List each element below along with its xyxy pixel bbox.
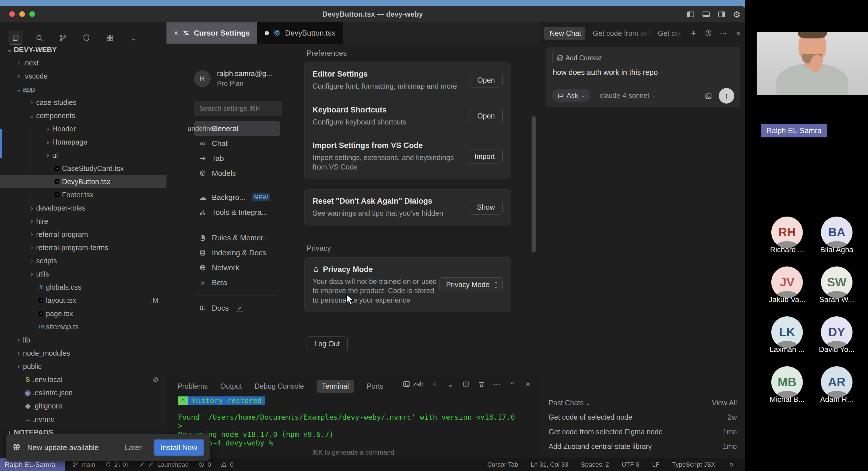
settings-nav-backgro-[interactable]: ☁Backgro...NEW	[194, 190, 280, 205]
tree-item--next[interactable]: ›.next	[0, 56, 166, 69]
panel-tab-ports[interactable]: Ports	[367, 382, 383, 391]
tree-item-referral-program-terms[interactable]: ›referral-program-terms	[0, 241, 166, 254]
tree-item-devy-weby[interactable]: ⌄DEVY-WEBY	[0, 43, 166, 56]
participant-mb[interactable]: MBMichal B...	[758, 366, 816, 404]
maximize-panel-icon[interactable]: ^	[508, 380, 517, 389]
editor-scrollbar[interactable]	[532, 116, 536, 253]
settings-gear-icon[interactable]: ⚙	[733, 9, 741, 20]
past-chat-item[interactable]: Add Zustand central state library1mo	[549, 439, 737, 454]
open-button[interactable]: Open	[470, 109, 503, 123]
extensions-icon[interactable]	[103, 31, 117, 44]
tab-cursor-settings[interactable]: × Cursor Settings	[166, 22, 257, 44]
new-chat-icon[interactable]: +	[689, 29, 698, 38]
search-icon[interactable]	[33, 31, 46, 44]
settings-nav-tools-integra-[interactable]: Tools & Integra...	[194, 205, 280, 220]
toggle-right-sidebar-icon[interactable]	[717, 10, 726, 19]
tree-item-public[interactable]: ›public	[0, 360, 166, 373]
status-item-ln-31-col-33[interactable]: Ln 31, Col 33	[531, 461, 568, 468]
past-chats-title[interactable]: Past Chats ⌄	[549, 399, 590, 407]
presenter-video[interactable]	[756, 32, 868, 95]
tree-item--gitignore[interactable]: ◆.gitignore	[0, 399, 166, 412]
status-item-0[interactable]: 0	[198, 461, 211, 468]
participant-sw[interactable]: SWSarah W...	[808, 267, 865, 304]
settings-nav-models[interactable]: Models	[194, 166, 280, 181]
past-chat-item[interactable]: Get code from selected Figma node1mo	[549, 425, 737, 439]
settings-nav-rules-memor-[interactable]: Rules & Memor...	[194, 230, 280, 245]
participant-dy[interactable]: DYDavid Yo...	[808, 316, 865, 354]
settings-nav-beta[interactable]: »Beta	[194, 275, 280, 290]
participant-ba[interactable]: BABilal Agha	[808, 216, 865, 254]
tree-item-page-tsx[interactable]: page.tsx	[0, 307, 166, 320]
tree-item-devybutton-tsx[interactable]: DevyButton.tsx	[0, 175, 166, 188]
chat-message-input[interactable]: how does auth work in this repo	[553, 68, 658, 77]
shield-icon[interactable]	[80, 31, 93, 44]
terminal-dropdown-icon[interactable]: ⌄	[446, 380, 455, 389]
settings-nav-network[interactable]: Network	[194, 260, 280, 275]
close-panel-icon[interactable]: ×	[524, 380, 532, 389]
logout-button[interactable]: Log Out	[307, 336, 348, 351]
tree-item--vscode[interactable]: ›.vscode	[0, 69, 166, 82]
close-tab-icon[interactable]: ×	[174, 29, 178, 38]
chat-history-icon[interactable]	[704, 29, 713, 38]
past-chat-item[interactable]: Get code of selected node2w	[549, 410, 737, 425]
tree-item-layout-tsx[interactable]: layout.tsx↓M	[0, 294, 166, 307]
tab-devybutton[interactable]: DevyButton.tsx	[257, 22, 343, 44]
status-item-cursor-tab[interactable]: Cursor Tab	[487, 461, 518, 468]
model-dropdown[interactable]: claude-4-sonnet ⌄	[600, 92, 656, 100]
participant-jv[interactable]: JVJakub Va...	[758, 267, 816, 304]
chat-tab-1[interactable]: Get code from sele	[593, 29, 650, 38]
tree-item-developer-roles[interactable]: ›developer-roles	[0, 201, 166, 214]
tree-item-utils[interactable]: ›utils	[0, 267, 166, 280]
tree-item-homepage[interactable]: ›Homepage	[0, 135, 166, 148]
toggle-bottom-panel-icon[interactable]	[702, 10, 711, 19]
install-now-button[interactable]: Install Now	[154, 440, 204, 456]
tree-item-referral-program[interactable]: ›referral-program	[0, 228, 166, 241]
tree-item-node-modules[interactable]: ›node_modules	[0, 346, 166, 360]
send-button[interactable]: ↑	[719, 88, 734, 104]
tree-item-globals-css[interactable]: #globals.css	[0, 280, 166, 294]
tree-item-sitemap-ts[interactable]: TSsitemap.ts	[0, 320, 166, 333]
status-item-main[interactable]: main	[72, 461, 95, 468]
panel-tab-terminal[interactable]: Terminal	[317, 380, 354, 393]
ask-mode-dropdown[interactable]: Ask ⌄	[552, 89, 590, 102]
tree-item--nvmrc[interactable]: ≡.nvmrc	[0, 412, 166, 426]
status-item-2-0-[interactable]: 2↓ 0↑	[105, 461, 129, 468]
tree-item-case-studies[interactable]: ›case-studies	[0, 96, 166, 109]
close-chat-icon[interactable]: ×	[734, 29, 743, 38]
new-terminal-icon[interactable]: +	[431, 380, 439, 389]
tree-item-app[interactable]: ⌄app	[0, 82, 166, 96]
settings-nav-docs[interactable]: Docs↗	[194, 301, 280, 315]
panel-tab-problems[interactable]: Problems	[177, 382, 208, 391]
add-context-chip[interactable]: @ Add Context	[552, 52, 606, 64]
status-item-launchpad[interactable]: Launchpad	[139, 461, 189, 468]
settings-nav-general[interactable]: undefinedGeneral	[194, 121, 280, 136]
later-button[interactable]: Later	[125, 443, 142, 452]
chat-tab-0[interactable]: New Chat	[544, 27, 585, 40]
tree-item-scripts[interactable]: ›scripts	[0, 254, 166, 267]
settings-search-input[interactable]: Search settings ⌘F	[194, 101, 282, 116]
panel-tab-debug-console[interactable]: Debug Console	[255, 382, 304, 391]
source-control-icon[interactable]	[56, 31, 69, 44]
chat-tab-2[interactable]: Get cod	[658, 29, 682, 38]
attach-image-icon[interactable]	[704, 92, 712, 100]
tree-item-hire[interactable]: ›hire	[0, 214, 166, 228]
status-item-lf[interactable]: LF	[652, 461, 660, 468]
panel-tab-output[interactable]: Output	[220, 382, 242, 391]
more-actions-icon[interactable]: ⋯	[493, 380, 501, 389]
participant-lk[interactable]: LKLaxman ...	[758, 316, 816, 354]
participant-ar[interactable]: ARAdam R...	[808, 366, 865, 404]
files-icon[interactable]	[9, 31, 22, 45]
status-item-utf-8[interactable]: UTF-8	[622, 461, 640, 468]
view-all-link[interactable]: View All	[712, 399, 737, 407]
settings-nav-indexing-docs[interactable]: Indexing & Docs	[194, 245, 280, 260]
tree-item--eslintrc-json[interactable]: ◉.eslintrc.json	[0, 386, 166, 399]
tree-item-lib[interactable]: ›lib	[0, 333, 166, 346]
split-terminal-icon[interactable]	[462, 380, 470, 389]
tree-item-casestudycard-tsx[interactable]: CaseStudyCard.tsx	[0, 162, 166, 175]
privacy-mode-select[interactable]: Privacy Mode ⌃⌄	[439, 277, 503, 292]
chat-input-card[interactable]: @ Add Context how does auth work in this…	[546, 47, 740, 107]
show-button[interactable]: Show	[469, 200, 503, 214]
status-item-0[interactable]: 0	[221, 461, 234, 468]
open-button[interactable]: Open	[470, 73, 503, 88]
settings-nav-tab[interactable]: ⇥Tab	[194, 151, 280, 166]
